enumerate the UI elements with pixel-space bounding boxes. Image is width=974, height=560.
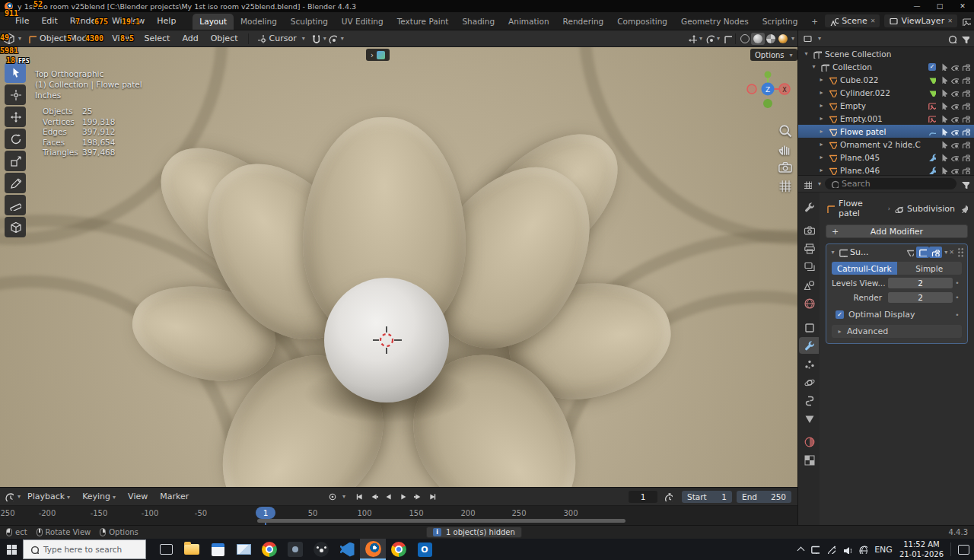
expand-icon[interactable]: ▸ — [818, 102, 825, 109]
tab-physics[interactable] — [799, 374, 819, 390]
timeline-ruler[interactable]: 250 -200 -150 -100 -50 50 100 150 200 25… — [0, 506, 797, 525]
modifier-close-icon[interactable]: ✕ — [949, 249, 954, 256]
tab-shading[interactable]: Shading — [455, 14, 501, 30]
add-cube-tool[interactable] — [5, 217, 26, 237]
expand-icon[interactable]: ▸ — [818, 167, 825, 173]
selectable-icon[interactable] — [939, 153, 947, 161]
timeline-editor-icon[interactable] — [5, 492, 14, 501]
tab-tool[interactable] — [799, 199, 819, 215]
taskbar-app-file-explorer[interactable] — [179, 539, 205, 560]
selectable-icon[interactable] — [939, 75, 947, 84]
tab-view-layer[interactable] — [799, 258, 819, 275]
expand-icon[interactable]: ▸ — [818, 76, 825, 83]
taskbar-app-paw[interactable] — [308, 539, 334, 560]
render-visibility-icon[interactable] — [962, 101, 970, 110]
outliner-row-plane045[interactable]: ▸ Plane.045 — [798, 151, 974, 164]
render-visibility-icon[interactable] — [962, 140, 970, 148]
proportional-dropdown-icon[interactable]: ▾ — [341, 35, 344, 42]
modifier-name[interactable]: Su... — [850, 247, 868, 257]
clock[interactable]: 11:52 AM 21-01-2026 — [899, 539, 944, 559]
outliner-row-scene-collection[interactable]: ▾ Scene Collection — [798, 47, 974, 60]
taskbar-app-outlook[interactable] — [412, 539, 438, 560]
modifier-extras-dropdown-icon[interactable]: ▾ — [944, 249, 947, 256]
rotate-tool[interactable] — [5, 129, 26, 149]
options-dropdown[interactable]: Options ▾ — [750, 49, 797, 61]
tab-scene[interactable] — [799, 276, 819, 293]
render-visibility-icon[interactable] — [962, 75, 970, 84]
tab-layout[interactable]: Layout — [193, 14, 234, 30]
taskbar-search-field[interactable]: Type here to search — [23, 539, 146, 559]
snap-dropdown-icon[interactable]: ▾ — [323, 35, 326, 42]
shading-wireframe-icon[interactable] — [740, 34, 750, 43]
taskbar-app-photos[interactable] — [282, 539, 308, 560]
outliner-row-cube022[interactable]: ▸ Cube.022 — [798, 73, 974, 86]
selectable-icon[interactable] — [939, 166, 947, 174]
3d-viewport[interactable]: › Options ▾ Top Orthographic (1) Collect… — [0, 47, 797, 487]
expand-icon[interactable]: ▸ — [818, 128, 825, 135]
taskbar-app-blender-active[interactable] — [360, 539, 386, 560]
tab-uv-editing[interactable]: UV Editing — [335, 14, 390, 30]
tray-volume-icon[interactable] — [842, 545, 851, 554]
selectable-icon[interactable] — [939, 127, 947, 135]
close-button[interactable]: ✕ — [951, 0, 974, 12]
current-frame-field[interactable]: 1 — [629, 491, 657, 503]
toggle-perspective-icon[interactable] — [778, 178, 793, 193]
menu-render[interactable]: Render — [64, 16, 106, 26]
properties-filter-icon[interactable] — [960, 180, 969, 189]
previous-keyframe-button[interactable] — [368, 490, 380, 503]
expand-icon[interactable]: ▸ — [818, 154, 825, 161]
select-box-tool[interactable] — [5, 62, 26, 83]
menu-select[interactable]: Select — [138, 33, 175, 43]
hide-eye-icon[interactable] — [950, 75, 959, 84]
menu-file[interactable]: File — [9, 16, 35, 26]
selectable-icon[interactable] — [939, 114, 947, 123]
action-center-icon[interactable] — [958, 545, 969, 555]
modifier-drag-handle[interactable] — [957, 247, 964, 257]
menu-help[interactable]: Help — [151, 16, 182, 26]
proportional-edit-icon[interactable] — [328, 34, 337, 43]
menu-add[interactable]: Add — [177, 33, 203, 43]
hide-eye-icon[interactable] — [950, 153, 959, 161]
overlays-icon[interactable] — [705, 34, 715, 43]
show-gizmo-icon[interactable] — [688, 34, 697, 43]
animate-dot[interactable]: • — [953, 294, 962, 301]
mode-dropdown[interactable]: Object Mode ▾ — [23, 33, 105, 43]
keying-set-dropdown-icon[interactable]: ▾ — [342, 493, 345, 500]
scene-unlink-icon[interactable]: ✕ — [871, 18, 876, 24]
hide-eye-icon[interactable] — [950, 62, 959, 71]
collapse-icon[interactable]: ▾ — [829, 249, 836, 256]
menu-keying[interactable]: Keying▾ — [77, 492, 121, 501]
properties-editor-dropdown-icon[interactable]: ▾ — [818, 180, 821, 187]
scale-tool[interactable] — [5, 151, 26, 171]
taskbar-app-calendar[interactable] — [205, 539, 231, 560]
expand-icon[interactable]: ▸ — [818, 89, 825, 96]
menu-object[interactable]: Object — [205, 33, 244, 43]
expand-icon[interactable]: ▸ — [818, 115, 825, 122]
render-visibility-icon[interactable] — [962, 62, 970, 71]
gizmo-y-axis[interactable] — [765, 72, 772, 78]
tab-output[interactable] — [799, 240, 819, 256]
shading-dropdown-icon[interactable]: ▾ — [791, 35, 794, 42]
timeline-scrollbar[interactable] — [257, 519, 625, 523]
hide-eye-icon[interactable] — [950, 88, 959, 97]
tab-object-data[interactable] — [799, 410, 819, 427]
expand-icon[interactable]: ▾ — [810, 63, 817, 70]
editor-type-dropdown-icon[interactable]: ▾ — [18, 35, 21, 42]
tab-texture-paint[interactable]: Texture Paint — [390, 14, 456, 30]
editor-type-icon[interactable] — [3, 33, 14, 44]
outliner-row-flowe-patel-selected[interactable]: ▸ Flowe patel — [798, 125, 974, 138]
xray-toggle-icon[interactable] — [723, 34, 732, 43]
viewport-navigation-gizmo[interactable]: X Z — [743, 64, 793, 114]
render-visibility-icon[interactable] — [962, 153, 970, 161]
render-visibility-icon[interactable] — [962, 88, 970, 97]
outliner-row-empty001[interactable]: ▸ Empty.001 — [798, 112, 974, 125]
properties-editor-icon[interactable] — [803, 180, 812, 189]
selectable-icon[interactable] — [939, 88, 947, 97]
menu-view[interactable]: View — [107, 33, 137, 43]
viewlayer-selector[interactable]: ViewLayer ✕ — [884, 14, 956, 27]
measure-tool[interactable] — [5, 195, 26, 215]
collection-checkbox[interactable]: ✓ — [928, 63, 936, 71]
next-keyframe-button[interactable] — [411, 490, 424, 503]
taskbar-app-mail[interactable] — [231, 539, 256, 560]
tray-pen-icon[interactable] — [826, 545, 836, 554]
